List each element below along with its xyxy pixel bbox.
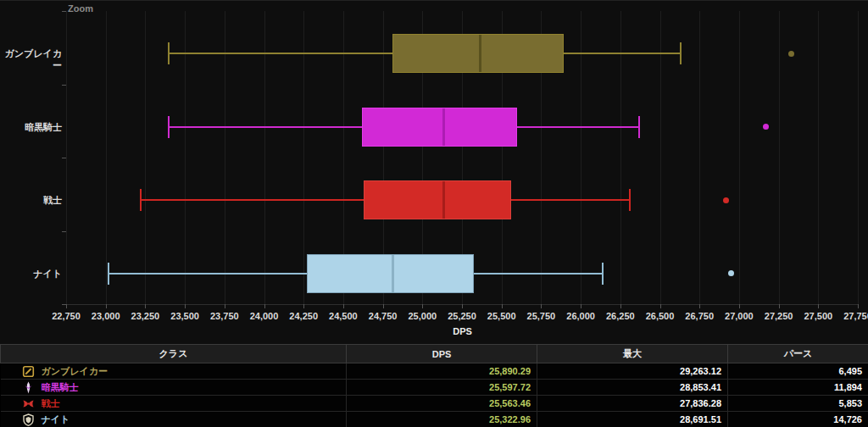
- boxplot-box[interactable]: [364, 180, 511, 219]
- y-axis-tick: [62, 11, 66, 12]
- parses-value: 14,726: [728, 412, 868, 427]
- gridline: [185, 11, 186, 304]
- x-axis-tick: [739, 304, 740, 308]
- dps-boxplot-panel: Zoom 22,75023,00023,25023,50023,75024,00…: [0, 0, 868, 344]
- y-axis-tick: [62, 304, 66, 305]
- x-axis-tick: [422, 304, 423, 308]
- category-label: ナイト: [0, 268, 62, 280]
- x-axis-tick: [185, 304, 186, 308]
- whisker-line-high: [474, 273, 604, 274]
- x-axis-tick: [106, 304, 107, 308]
- x-axis-tick: [225, 304, 225, 308]
- dps-value: 25,563.46: [347, 396, 537, 412]
- column-header-parses[interactable]: パース: [728, 345, 868, 363]
- max-value: 27,836.28: [537, 396, 728, 412]
- x-axis-tick: [858, 304, 859, 308]
- parses-value: 6,495: [728, 363, 868, 380]
- gridline: [145, 11, 146, 304]
- gridline: [66, 11, 67, 304]
- class-name-link[interactable]: 暗黒騎士: [42, 381, 79, 394]
- category-label: 戦士: [0, 194, 62, 206]
- darkknight-icon: [22, 381, 35, 394]
- whisker-line-low: [169, 53, 392, 54]
- class-cell: 戦士: [1, 396, 347, 412]
- outlier-point[interactable]: [723, 197, 729, 203]
- whisker-cap-high: [680, 42, 682, 64]
- max-value: 29,263.12: [537, 363, 728, 380]
- table-header-row: クラス DPS 最大 パース: [1, 345, 868, 363]
- outlier-point[interactable]: [728, 270, 734, 276]
- outlier-point[interactable]: [763, 124, 769, 130]
- x-axis-tick: [699, 304, 700, 308]
- dps-value: 25,890.29: [347, 363, 537, 380]
- parses-value: 5,853: [728, 396, 868, 412]
- x-axis-tick: [303, 304, 304, 308]
- whisker-cap-high: [638, 116, 640, 138]
- gridline: [858, 11, 859, 304]
- y-axis-tick: [62, 158, 66, 158]
- boxplot-median-line: [442, 108, 445, 146]
- class-cell: ガンブレイカー: [1, 363, 347, 380]
- gridline: [303, 11, 304, 304]
- whisker-line-low: [108, 273, 307, 274]
- x-axis-tick: [779, 304, 780, 308]
- gridline: [779, 11, 780, 304]
- whisker-line-low: [169, 126, 362, 128]
- x-axis-tick: [145, 304, 146, 308]
- column-header-class[interactable]: クラス: [1, 345, 347, 363]
- x-axis-tick: [264, 304, 265, 308]
- y-axis-tick: [62, 231, 66, 232]
- x-axis-tick: [818, 304, 819, 308]
- whisker-cap-high: [602, 263, 604, 285]
- x-axis-tick: [383, 304, 384, 308]
- max-value: 28,691.51: [537, 412, 728, 427]
- whisker-cap-low: [140, 189, 142, 211]
- gridline: [225, 11, 225, 304]
- gridline: [264, 11, 265, 304]
- x-axis-tick: [66, 304, 67, 308]
- dps-value: 25,322.96: [347, 412, 537, 427]
- paladin-icon: [22, 413, 35, 426]
- gridline: [699, 11, 700, 304]
- category-label: 暗黒騎士: [0, 121, 62, 133]
- class-name-link[interactable]: ガンブレイカー: [42, 365, 108, 378]
- x-tick-label: 27,750: [832, 311, 868, 321]
- max-value: 28,853.41: [537, 380, 728, 396]
- whisker-line-low: [141, 199, 364, 201]
- dps-value: 25,597.72: [347, 380, 537, 396]
- gridline: [620, 11, 621, 304]
- category-label: ガンブレイカー: [0, 47, 62, 71]
- gunbreaker-icon: [22, 365, 35, 378]
- table-row: 戦士25,563.4627,836.285,853: [1, 396, 868, 412]
- warrior-icon: [22, 397, 35, 410]
- whisker-cap-high: [629, 189, 631, 211]
- whisker-cap-low: [168, 116, 170, 138]
- whisker-line-high: [564, 53, 681, 54]
- class-cell: ナイト: [1, 412, 347, 427]
- column-header-max[interactable]: 最大: [537, 345, 728, 363]
- y-axis-tick: [62, 85, 66, 86]
- x-axis-tick: [541, 304, 542, 308]
- column-header-dps[interactable]: DPS: [347, 345, 537, 363]
- class-summary-table: クラス DPS 最大 パース ガンブレイカー25,890.2929,263.12…: [0, 344, 868, 427]
- x-axis-tick: [581, 304, 581, 308]
- whisker-line-high: [517, 126, 639, 128]
- gridline: [581, 11, 581, 304]
- table-row: ナイト25,322.9628,691.5114,726: [1, 412, 868, 427]
- x-axis-tick: [462, 304, 463, 308]
- boxplot-box[interactable]: [307, 254, 474, 293]
- x-axis-title: DPS: [66, 326, 859, 336]
- gridline: [106, 11, 107, 304]
- outlier-point[interactable]: [788, 51, 794, 57]
- boxplot-box[interactable]: [362, 108, 517, 147]
- table-row: ガンブレイカー25,890.2929,263.126,495: [1, 363, 868, 380]
- whisker-cap-low: [168, 42, 170, 64]
- gridline: [660, 11, 661, 304]
- whisker-cap-low: [108, 263, 109, 285]
- class-name-link[interactable]: ナイト: [42, 413, 70, 426]
- table-row: 暗黒騎士25,597.7228,853.4111,894: [1, 380, 868, 396]
- boxplot-plot-area[interactable]: 22,75023,00023,25023,50023,75024,00024,2…: [0, 1, 868, 345]
- class-name-link[interactable]: 戦士: [42, 397, 60, 410]
- boxplot-median-line: [479, 35, 481, 72]
- whisker-line-high: [511, 199, 630, 201]
